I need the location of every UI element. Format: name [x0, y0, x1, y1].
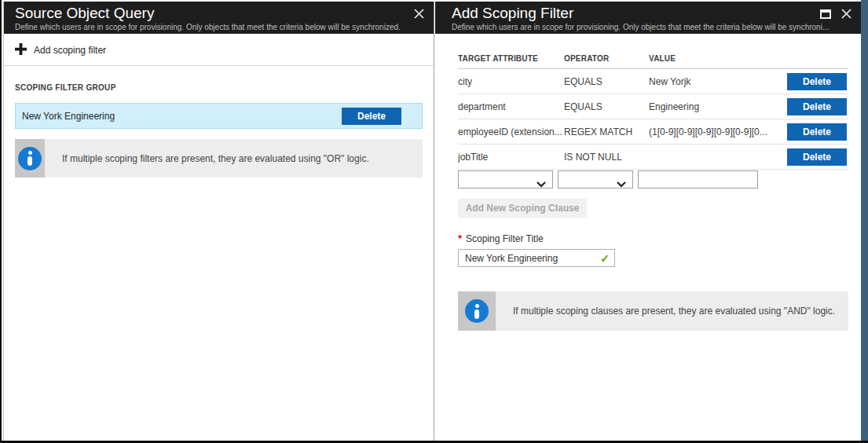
delete-button[interactable]: Delete: [787, 73, 847, 90]
required-asterisk: *: [458, 232, 462, 244]
delete-button[interactable]: Delete: [787, 123, 847, 141]
info-icon-tile: [15, 139, 45, 178]
chevron-down-icon: [537, 177, 546, 191]
scoping-filter-group-header: SCOPING FILTER GROUP: [15, 83, 423, 92]
cell-value: (1[0-9][0-9][0-9][0-9][0-9][0...: [649, 126, 787, 137]
add-new-scoping-clause-button[interactable]: Add New Scoping Clause: [458, 199, 587, 218]
cell-operator: EQUALS: [564, 101, 649, 112]
cell-value: Engineering: [649, 101, 787, 112]
cell-attribute: employeeID (extension...: [458, 126, 564, 137]
info-icon: [18, 147, 42, 170]
source-object-query-panel: Source Object Query Define which users a…: [3, 2, 434, 441]
panel-subtitle: Define which users are in scope for prov…: [452, 23, 861, 31]
page-title: Source Object Query: [15, 5, 434, 22]
table-row: city EQUALS New Yorjk Delete: [458, 69, 848, 94]
screen: Source Object Query Define which users a…: [0, 0, 868, 443]
delete-button[interactable]: Delete: [787, 148, 847, 166]
new-clause-row: [458, 170, 848, 189]
close-icon[interactable]: [841, 9, 852, 19]
info-text: If multiple scoping clauses are present,…: [496, 291, 848, 331]
column-header-operator: OPERATOR: [564, 54, 649, 63]
info-icon: [465, 299, 489, 323]
table-row: department EQUALS Engineering Delete: [458, 94, 848, 119]
table-header-row: TARGET ATTRIBUTE OPERATOR VALUE: [458, 49, 848, 69]
close-icon[interactable]: [414, 9, 424, 19]
attribute-select[interactable]: [458, 170, 553, 189]
section-divider: [4, 65, 434, 66]
add-scoping-filter-label: Add scoping filter: [34, 45, 106, 56]
source-query-body: Add scoping filter SCOPING FILTER GROUP …: [4, 41, 434, 178]
filter-group-name: New York Engineering: [22, 111, 342, 122]
window-frame-left: [0, 0, 2, 443]
maximize-icon[interactable]: [820, 9, 831, 19]
scoping-filter-title-field: ✓: [458, 249, 615, 267]
filter-group-row[interactable]: New York Engineering Delete: [15, 103, 423, 129]
operator-select[interactable]: [558, 170, 633, 189]
add-scoping-filter-header: Add Scoping Filter Define which users ar…: [435, 2, 861, 34]
page-title: Add Scoping Filter: [452, 5, 861, 22]
cell-attribute: department: [458, 101, 564, 112]
portal-background-stripe: [861, 0, 868, 441]
cell-operator: IS NOT NULL: [564, 152, 649, 163]
plus-icon: [15, 43, 27, 57]
chevron-down-icon: [617, 177, 626, 191]
delete-button[interactable]: Delete: [342, 108, 401, 125]
info-box: If multiple scoping clauses are present,…: [458, 291, 848, 331]
add-scoping-filter-panel: Add Scoping Filter Define which users ar…: [435, 2, 861, 441]
table-row: jobTitle IS NOT NULL Delete: [458, 145, 848, 170]
cell-attribute: jobTitle: [458, 152, 564, 163]
clause-value-input[interactable]: [638, 170, 758, 189]
add-scoping-filter-button[interactable]: Add scoping filter: [15, 41, 423, 60]
add-scoping-filter-body: TARGET ATTRIBUTE OPERATOR VALUE city EQU…: [435, 49, 861, 331]
cell-operator: EQUALS: [564, 76, 649, 87]
cell-attribute: city: [458, 76, 564, 87]
panel-subtitle: Define which users are in scope for prov…: [15, 23, 434, 31]
delete-button[interactable]: Delete: [787, 98, 847, 115]
source-query-header: Source Object Query Define which users a…: [4, 2, 434, 34]
valid-check-icon: ✓: [600, 252, 610, 265]
column-header-target-attribute: TARGET ATTRIBUTE: [458, 54, 564, 63]
clause-table: TARGET ATTRIBUTE OPERATOR VALUE city EQU…: [458, 49, 848, 170]
table-row: employeeID (extension... REGEX MATCH (1[…: [458, 119, 848, 145]
cell-operator: REGEX MATCH: [564, 126, 649, 137]
scoping-filter-title-label: * Scoping Filter Title: [458, 232, 848, 244]
info-icon-tile: [458, 291, 496, 331]
scoping-filter-title-input[interactable]: [458, 249, 615, 267]
info-text: If multiple scoping filters are present,…: [45, 139, 423, 178]
cell-value: New Yorjk: [649, 76, 787, 87]
info-box: If multiple scoping filters are present,…: [15, 139, 423, 178]
column-header-value: VALUE: [649, 54, 787, 63]
